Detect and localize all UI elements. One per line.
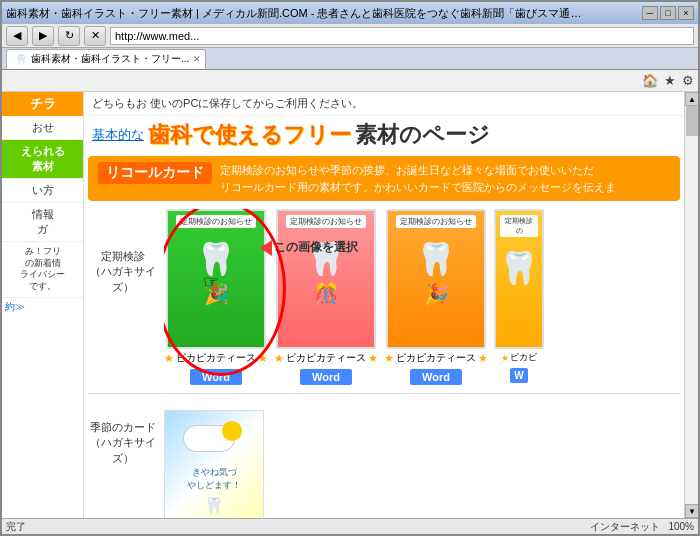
page-title-main: 歯科で使えるフリー	[148, 120, 351, 150]
season-category-label: 季節のカード （ハガキサイズ）	[88, 410, 158, 518]
star-before-3: ★	[501, 353, 509, 363]
card-stars-row-0: ★ ピカピカティース ★	[164, 351, 268, 365]
scroll-up-button[interactable]: ▲	[685, 92, 698, 106]
status-zoom: 100%	[668, 521, 694, 532]
active-tab[interactable]: 🦷 歯科素材・歯科イラスト・フリー... ✕	[6, 49, 206, 69]
category-sub: （ハガキサイズ）	[90, 265, 156, 292]
page-title-suffix: 素材のページ	[355, 120, 490, 150]
tab-bar: 🦷 歯科素材・歯科イラスト・フリー... ✕	[2, 48, 698, 70]
card-notice-label-0: 定期検診のお知らせ	[176, 215, 256, 228]
banner-title: リコールカード	[98, 162, 212, 184]
sidebar-item-1[interactable]: えられる素材	[2, 140, 83, 179]
category-label: 定期検診 （ハガキサイズ）	[88, 209, 158, 385]
nav-bar: ◀ ▶ ↻ ✕	[2, 24, 698, 48]
card-inner-1: 定期検診のお知らせ 🦷 🎊	[278, 211, 374, 347]
star-after-0: ★	[258, 352, 268, 365]
minimize-button[interactable]: ─	[642, 6, 658, 20]
sidebar-item-2[interactable]: い方	[2, 179, 83, 203]
card-image-1[interactable]: 定期検診のお知らせ 🦷 🎊	[276, 209, 376, 349]
card-inner-3: 定期検診の 🦷	[496, 211, 542, 347]
tools-icon[interactable]: ⚙	[682, 73, 694, 88]
card-name-0: ピカピカティース	[176, 351, 256, 365]
season-card-image[interactable]: きやね気づやしどます！ 🦷	[164, 410, 264, 518]
star-before-0: ★	[164, 352, 174, 365]
sun-shape	[222, 421, 242, 441]
card-name-3: ピカビ	[510, 351, 537, 364]
page-title-prefix: 基本的な	[92, 126, 144, 144]
cloud-container	[184, 426, 244, 456]
favorites-icon[interactable]: ★	[664, 73, 676, 88]
word-button-3[interactable]: W	[510, 368, 527, 383]
star-after-2: ★	[478, 352, 488, 365]
status-done: 完了	[6, 520, 582, 534]
card-item-1[interactable]: 定期検診のお知らせ 🦷 🎊 ★ ピカピカティース ★ Word	[274, 209, 378, 385]
selection-arrow: この画像を選択	[260, 239, 358, 256]
orange-banner: リコールカード 定期検診のお知らせや季節の挨拶、お誕生日など様々な場面でお使いい…	[88, 156, 680, 201]
content-area: どちらもお 使いのPCに保存してからご利用ください。 基本的な 歯科で使えるフリ…	[84, 92, 684, 518]
title-bar: 歯科素材・歯科イラスト・フリー素材 | メディカル新聞.COM - 患者さんと歯…	[2, 2, 698, 24]
party-icon-1: 🎊	[314, 282, 339, 306]
forward-button[interactable]: ▶	[32, 26, 54, 46]
sidebar-item-0[interactable]: おせ	[2, 116, 83, 140]
season-card-item[interactable]: きやね気づやしどます！ 🦷	[164, 410, 264, 518]
refresh-button[interactable]: ↻	[58, 26, 80, 46]
back-button[interactable]: ◀	[6, 26, 28, 46]
close-button[interactable]: ×	[678, 6, 694, 20]
bottom-section: 季節のカード （ハガキサイズ） きやね気づやしどます！ 🦷	[84, 402, 684, 518]
arrow-label: この画像を選択	[274, 239, 358, 256]
scrollbar[interactable]: ▲ ▼	[684, 92, 698, 518]
sidebar-item-3[interactable]: 情報ガ	[2, 203, 83, 242]
maximize-button[interactable]: □	[660, 6, 676, 20]
scroll-track	[685, 106, 698, 504]
card-stars-row-1: ★ ピカピカティース ★	[274, 351, 378, 365]
card-container-0: この画像を選択 定期検診のお知らせ 🦷 🎉 ☞	[164, 209, 268, 385]
card-inner-2: 定期検診のお知らせ 🦷 🎉	[388, 211, 484, 347]
top-notice-text: どちらもお 使いのPCに保存してからご利用ください。	[92, 97, 363, 109]
banner-text: 定期検診のお知らせや季節の挨拶、お誕生日など様々な場面でお使いいただ リコールカ…	[220, 162, 616, 195]
card-item-2[interactable]: 定期検診のお知らせ 🦷 🎉 ★ ピカピカティース ★ Word	[384, 209, 488, 385]
address-bar[interactable]	[110, 27, 694, 45]
tooth-icon-2: 🦷	[416, 240, 456, 278]
card-image-3[interactable]: 定期検診の 🦷	[494, 209, 544, 349]
card-notice-label-1: 定期検診のお知らせ	[286, 215, 366, 228]
status-zone: インターネット	[590, 520, 660, 534]
season-category-sub: （ハガキサイズ）	[90, 436, 156, 463]
party-icon-0: 🎉	[204, 282, 229, 306]
card-item-0[interactable]: 定期検診のお知らせ 🦷 🎉 ☞ ★ ピカピカティース ★	[164, 209, 268, 385]
tab-close-button[interactable]: ✕	[193, 54, 201, 64]
cards-row: この画像を選択 定期検診のお知らせ 🦷 🎉 ☞	[164, 209, 544, 385]
toolbar-icons: 🏠 ★ ⚙	[642, 73, 694, 88]
toolbar-bar: 🏠 ★ ⚙	[2, 70, 698, 92]
card-name-2: ピカピカティース	[396, 351, 476, 365]
season-category-name: 季節のカード	[90, 421, 156, 433]
card-stars-row-2: ★ ピカピカティース ★	[384, 351, 488, 365]
word-button-1[interactable]: Word	[300, 369, 352, 385]
card-item-3[interactable]: 定期検診の 🦷 ★ ピカビ W	[494, 209, 544, 385]
status-bar: 完了 インターネット 100%	[2, 518, 698, 534]
divider	[88, 393, 680, 394]
word-button-2[interactable]: Word	[410, 369, 462, 385]
tooth-season-icon: 🦷	[204, 496, 224, 515]
card-image-0[interactable]: 定期検診のお知らせ 🦷 🎉 ☞	[166, 209, 266, 349]
top-notice: どちらもお 使いのPCに保存してからご利用ください。	[84, 92, 684, 116]
card-image-2[interactable]: 定期検診のお知らせ 🦷 🎉	[386, 209, 486, 349]
card-stars-row-3: ★ ピカビ	[501, 351, 537, 364]
scroll-thumb[interactable]	[686, 106, 698, 136]
sidebar-item-4: み！フリの新着情ライバシーです。	[2, 242, 83, 298]
scroll-down-button[interactable]: ▼	[685, 504, 698, 518]
tab-label: 歯科素材・歯科イラスト・フリー...	[31, 52, 189, 66]
title-bar-controls: ─ □ ×	[642, 6, 694, 20]
tooth-icon-0: 🦷	[196, 240, 236, 278]
word-button-0[interactable]: Word	[190, 369, 242, 385]
star-after-1: ★	[368, 352, 378, 365]
card-notice-label-2: 定期検診のお知らせ	[396, 215, 476, 228]
arrow-shape	[260, 240, 272, 256]
tab-favicon: 🦷	[15, 54, 27, 65]
page-title-area: 基本的な 歯科で使えるフリー 素材のページ	[84, 116, 684, 156]
sidebar: チラ おせ えられる素材 い方 情報ガ み！フリの新着情ライバシーです。 約≫	[2, 92, 84, 518]
home-icon[interactable]: 🏠	[642, 73, 658, 88]
title-bar-text: 歯科素材・歯科イラスト・フリー素材 | メディカル新聞.COM - 患者さんと歯…	[6, 6, 586, 21]
tooth-icon-3: 🦷	[499, 249, 539, 287]
sidebar-link[interactable]: 約≫	[2, 298, 83, 316]
stop-button[interactable]: ✕	[84, 26, 106, 46]
